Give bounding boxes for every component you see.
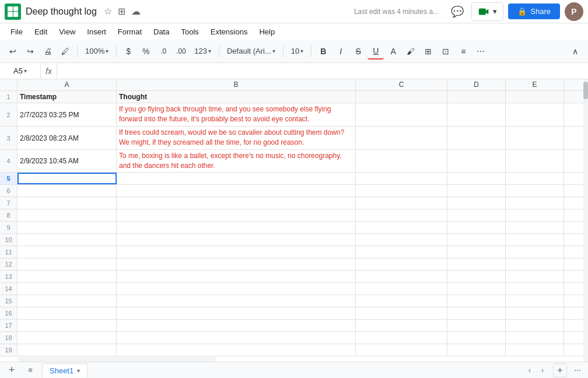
- underline-button[interactable]: U: [368, 43, 384, 60]
- menu-insert[interactable]: Insert: [81, 25, 112, 38]
- add-more-button[interactable]: +: [553, 363, 567, 377]
- formula-input[interactable]: [57, 66, 588, 75]
- table-row: 1 Timestamp Thought: [0, 91, 588, 103]
- cell-c5[interactable]: [356, 173, 447, 184]
- borders-button[interactable]: ⊞: [420, 43, 436, 60]
- align-button[interactable]: ≡: [455, 43, 471, 60]
- cell-b1[interactable]: Thought: [117, 91, 356, 103]
- cell-reference[interactable]: A5 ▾: [0, 63, 41, 79]
- cell-b2[interactable]: If you go flying back through time, and …: [117, 103, 356, 126]
- cell-c6[interactable]: [356, 185, 447, 197]
- table-row: 15: [0, 295, 588, 307]
- cell-e6[interactable]: [506, 185, 564, 197]
- font-family-dropdown[interactable]: Default (Ari... ▾: [223, 43, 279, 60]
- collapse-toolbar-button[interactable]: ∧: [567, 43, 583, 60]
- cell-c3[interactable]: [356, 127, 447, 149]
- cell-e4[interactable]: [506, 150, 564, 172]
- right-scrollbar[interactable]: [583, 79, 588, 362]
- undo-button[interactable]: ↩: [5, 43, 21, 60]
- col-header-b[interactable]: B: [117, 79, 356, 90]
- more-button[interactable]: ⋯: [473, 43, 489, 60]
- cell-d2[interactable]: [447, 103, 506, 126]
- cell-ref-arrow[interactable]: ▾: [24, 68, 27, 74]
- redo-button[interactable]: ↪: [22, 43, 38, 60]
- italic-button[interactable]: I: [332, 43, 349, 60]
- menu-edit[interactable]: Edit: [29, 25, 53, 38]
- cell-a1[interactable]: Timestamp: [18, 91, 117, 103]
- table-row: 6: [0, 185, 588, 197]
- number-format-dropdown[interactable]: 123 ▾: [190, 43, 215, 60]
- menu-format[interactable]: Format: [112, 25, 148, 38]
- add-sheet-button[interactable]: +: [5, 363, 19, 377]
- right-scrollbar-thumb[interactable]: [583, 82, 588, 99]
- cell-e5[interactable]: [506, 173, 564, 184]
- meet-button[interactable]: ▾: [471, 2, 503, 21]
- cell-d3[interactable]: [447, 127, 506, 149]
- bold-button[interactable]: B: [315, 43, 331, 60]
- menu-extensions[interactable]: Extensions: [205, 25, 254, 38]
- user-avatar[interactable]: P: [565, 2, 583, 21]
- menu-help[interactable]: Help: [253, 25, 281, 38]
- row-num-18: 18: [0, 332, 18, 344]
- share-button[interactable]: 🔒 Share: [508, 4, 560, 19]
- cell-a5[interactable]: [18, 173, 117, 184]
- cell-e1[interactable]: [506, 91, 564, 103]
- cell-b5[interactable]: [117, 173, 356, 184]
- cell-e2[interactable]: [506, 103, 564, 126]
- col-header-a[interactable]: A: [18, 79, 117, 90]
- column-headers: A B C D E F: [0, 79, 588, 91]
- bottom-scrollbar[interactable]: [18, 357, 216, 362]
- menu-file[interactable]: File: [5, 25, 29, 38]
- zoom-dropdown[interactable]: 100% ▾: [81, 43, 113, 60]
- currency-button[interactable]: $: [120, 43, 136, 60]
- row-num-2: 2: [0, 103, 18, 126]
- merge-button[interactable]: ⊡: [438, 43, 454, 60]
- lock-icon: 🔒: [517, 7, 527, 16]
- col-header-d[interactable]: D: [447, 79, 506, 90]
- comments-icon[interactable]: 💬: [448, 2, 467, 21]
- cell-b4[interactable]: To me, boxing is like a ballet, except t…: [117, 150, 356, 172]
- meet-icon: [478, 5, 491, 18]
- cell-c2[interactable]: [356, 103, 447, 126]
- table-row: 16: [0, 307, 588, 320]
- cell-d6[interactable]: [447, 185, 506, 197]
- cell-d5[interactable]: [447, 173, 506, 184]
- scroll-right-arrow[interactable]: ›: [537, 365, 548, 376]
- cell-d4[interactable]: [447, 150, 506, 172]
- cell-c1[interactable]: [356, 91, 447, 103]
- cell-a3[interactable]: 2/8/2023 08:23 AM: [18, 127, 117, 149]
- paint-format-button[interactable]: 🖊: [57, 43, 74, 60]
- expand-button[interactable]: ⋯: [572, 365, 583, 376]
- menu-view[interactable]: View: [53, 25, 81, 38]
- cell-b3[interactable]: If trees could scream, would we be so ca…: [117, 127, 356, 149]
- cell-a2[interactable]: 2/7/2023 03:25 PM: [18, 103, 117, 126]
- cell-a4[interactable]: 2/9/2023 10:45 AM: [18, 150, 117, 172]
- row-num-15: 15: [0, 295, 18, 307]
- cloud-icon[interactable]: ☁: [131, 6, 141, 17]
- text-color-button[interactable]: A: [385, 43, 401, 60]
- font-size-dropdown[interactable]: 10 ▾: [287, 43, 307, 60]
- decimal-less-button[interactable]: .0: [155, 43, 172, 60]
- percent-button[interactable]: %: [138, 43, 154, 60]
- cell-e3[interactable]: [506, 127, 564, 149]
- sheet-tab-sheet1[interactable]: Sheet1 ▾: [42, 363, 88, 377]
- cell-b6[interactable]: [117, 185, 356, 197]
- scroll-left-arrow[interactable]: ‹: [524, 365, 536, 376]
- star-icon[interactable]: ☆: [104, 6, 112, 17]
- cell-d1[interactable]: [447, 91, 506, 103]
- menu-tools[interactable]: Tools: [175, 25, 204, 38]
- table-row: 7: [0, 197, 588, 209]
- document-title: Deep thought log: [26, 6, 97, 17]
- highlight-color-button[interactable]: 🖌: [402, 43, 419, 60]
- decimal-more-button[interactable]: .00: [173, 43, 189, 60]
- col-header-c[interactable]: C: [356, 79, 447, 90]
- strikethrough-button[interactable]: S: [350, 43, 366, 60]
- col-header-e[interactable]: E: [506, 79, 564, 90]
- menu-data[interactable]: Data: [148, 25, 175, 38]
- sheet-tab-arrow[interactable]: ▾: [77, 368, 80, 374]
- sheets-list-button[interactable]: ≡: [23, 363, 37, 377]
- cell-a6[interactable]: [18, 185, 117, 197]
- folder-icon[interactable]: ⊞: [118, 6, 125, 17]
- print-button[interactable]: 🖨: [40, 43, 56, 60]
- cell-c4[interactable]: [356, 150, 447, 172]
